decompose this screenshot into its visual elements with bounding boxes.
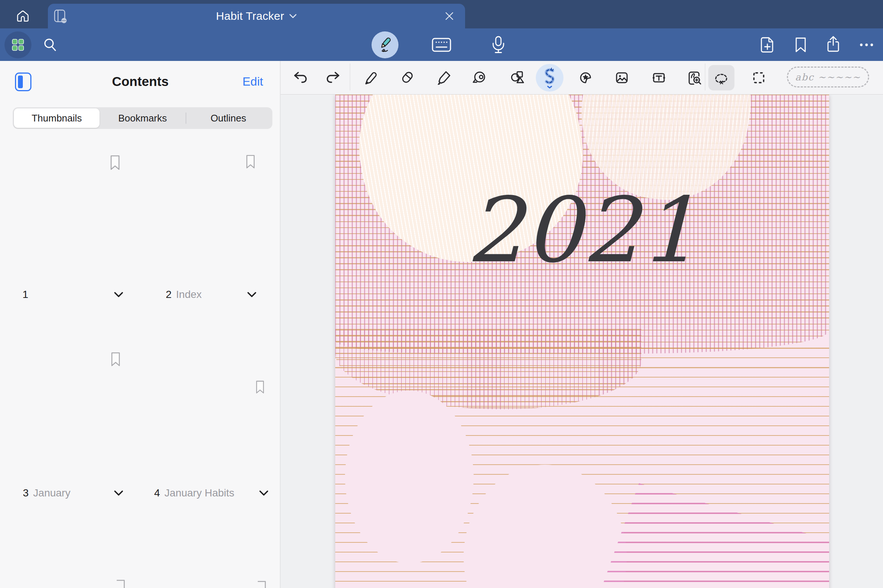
grid-library-icon (11, 38, 25, 52)
tab-bookmarks[interactable]: Bookmarks (99, 108, 185, 128)
document-tab[interactable]: Habit Tracker (48, 4, 465, 28)
segment-divider (186, 112, 187, 124)
home-button[interactable] (14, 8, 32, 25)
eraser-icon (399, 69, 415, 86)
contents-sidebar (0, 61, 281, 588)
toolbar-divider (705, 63, 705, 90)
more-button[interactable] (858, 37, 875, 53)
undo-button[interactable] (292, 69, 309, 86)
tab-outlines[interactable]: Outlines (186, 108, 271, 128)
add-page-button[interactable] (759, 36, 776, 54)
page-4-label: 4January Habits (154, 487, 234, 499)
sticker-tool-button[interactable] (577, 69, 594, 86)
toolbar-divider (350, 63, 350, 90)
document-canvas[interactable]: 2021 (281, 94, 883, 588)
eraser-tool-button[interactable] (399, 69, 415, 86)
edit-button[interactable]: Edit (242, 75, 263, 88)
highlighter-tool-button[interactable] (436, 69, 452, 86)
bookmark-ribbon-icon[interactable] (111, 352, 120, 366)
tape-icon (471, 69, 487, 86)
more-icon (858, 37, 875, 53)
zoom-writing-icon (686, 69, 702, 86)
image-icon (614, 69, 630, 86)
shapes-tool-button[interactable] (509, 69, 526, 86)
chevron-down-icon (289, 14, 297, 19)
lasso-pen-active-button[interactable] (536, 64, 564, 92)
text-tool-icon (651, 69, 667, 86)
shapes-icon (509, 69, 526, 86)
marquee-select-button[interactable] (751, 69, 767, 86)
share-icon (825, 36, 841, 54)
lasso-pen-icon (540, 67, 560, 88)
sidebar-segmented-control: Thumbnails Bookmarks Outlines (13, 107, 272, 129)
keyboard-icon (432, 37, 451, 53)
handwriting-scribble-hint[interactable]: abc ~~~~~ (787, 66, 869, 87)
close-tab-button[interactable] (444, 10, 455, 22)
page-4-expand-chevron[interactable] (259, 490, 269, 496)
pen-mode-button[interactable] (372, 32, 399, 58)
bookmark-ribbon-icon (116, 579, 125, 588)
highlighter-icon (436, 69, 452, 86)
bookmark-button[interactable] (793, 37, 809, 53)
microphone-icon (490, 36, 507, 54)
pen-tool-icon (362, 69, 379, 86)
bookmark-ribbon-icon (257, 580, 266, 588)
bookmark-icon (793, 37, 808, 53)
page-1-expand-chevron[interactable] (114, 292, 123, 298)
tab-thumbnails[interactable]: Thumbnails (14, 108, 99, 128)
cover-year: 2021 (335, 185, 829, 275)
sidebar-toggle-button[interactable] (15, 72, 32, 91)
lasso-select-icon (712, 69, 730, 87)
sidebar-toggle-icon (18, 75, 23, 88)
cover-art: 2021 (335, 94, 829, 588)
text-tool-button[interactable] (651, 69, 667, 86)
page-3-label: 3January (23, 487, 70, 499)
tab-title: Habit Tracker (216, 10, 284, 22)
share-button[interactable] (824, 35, 842, 54)
cover-page[interactable]: 2021 (335, 94, 829, 588)
redo-icon (325, 69, 341, 86)
keyboard-button[interactable] (431, 36, 452, 54)
zoom-writing-tool-button[interactable] (686, 69, 702, 86)
sidebar-title: Contents (0, 74, 281, 89)
bookmark-ribbon-icon[interactable] (110, 155, 120, 170)
page-2-expand-chevron[interactable] (247, 292, 257, 298)
lasso-select-button-selected[interactable] (708, 65, 734, 90)
redo-button[interactable] (325, 69, 341, 86)
scribble-text: abc ~~~~~ (795, 72, 861, 82)
page-1-label: 1 (23, 289, 33, 300)
undo-icon (292, 69, 309, 86)
search-icon (42, 37, 58, 53)
marquee-select-icon (751, 69, 767, 86)
add-page-icon (759, 36, 776, 54)
bookmark-ribbon-icon[interactable] (246, 155, 255, 169)
pen-tool-button[interactable] (362, 69, 379, 86)
sticker-icon (577, 69, 594, 86)
close-icon (444, 10, 455, 22)
home-icon (14, 8, 32, 25)
page-3-expand-chevron[interactable] (114, 490, 123, 496)
microphone-button[interactable] (489, 35, 507, 55)
bookmark-ribbon-icon[interactable] (256, 381, 265, 394)
image-tool-button[interactable] (614, 69, 630, 86)
page-2-label: 2Index (166, 289, 202, 300)
tape-tool-button[interactable] (471, 69, 487, 86)
pen-icon (376, 36, 394, 54)
search-button[interactable] (42, 37, 59, 53)
library-button[interactable] (5, 32, 32, 58)
tab-pages-icon[interactable] (53, 8, 69, 26)
